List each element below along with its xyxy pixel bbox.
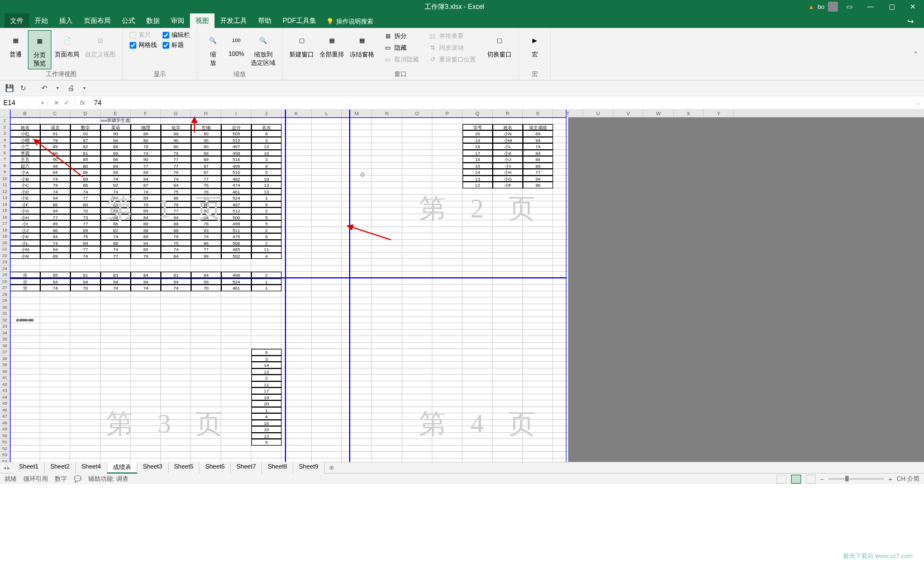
ribbon-tabs: 文件 开始 插入 页面布局 公式 数据 审阅 视图 开发工具 帮助 PDF工具集…	[0, 13, 924, 28]
headings-checkbox[interactable]: 标题	[160, 40, 192, 50]
freeze-panes-button[interactable]: ▦冻结窗格	[347, 30, 377, 60]
new-sheet-button[interactable]: ⊕	[325, 464, 339, 471]
column-headers[interactable]: BCDEFGHIJKLMNOPQRSTUVWXY	[0, 110, 924, 117]
formula-input[interactable]: 74	[89, 99, 913, 107]
col-header-R[interactable]: R	[493, 110, 523, 117]
tab-pdf[interactable]: PDF工具集	[277, 13, 322, 28]
col-header-T[interactable]: T	[553, 110, 583, 117]
zoom-level[interactable]: CH 介简	[897, 475, 920, 483]
share-button[interactable]: ↪	[902, 15, 920, 28]
tab-layout[interactable]: 页面布局	[78, 13, 116, 28]
col-header-Y[interactable]: Y	[704, 110, 734, 117]
page-break-view-icon[interactable]	[791, 475, 801, 484]
print-button[interactable]: 🖨	[65, 82, 77, 94]
sheet-tab[interactable]: Sheet3	[137, 462, 169, 474]
tab-developer[interactable]: 开发工具	[215, 13, 253, 28]
page-layout-button[interactable]: 📄页面布局	[53, 30, 82, 60]
page-layout-view-icon[interactable]	[806, 475, 816, 484]
lightbulb-icon: 💡	[326, 18, 334, 25]
ribbon-display-button[interactable]: ▭	[839, 0, 859, 13]
tell-me[interactable]: 💡 操作说明搜索	[322, 15, 378, 28]
col-header-O[interactable]: O	[402, 110, 432, 117]
sheet-tab[interactable]: Sheet5	[169, 462, 200, 474]
macros-button[interactable]: ▶宏	[523, 30, 546, 60]
group-macros: ▶宏 宏	[519, 28, 551, 80]
formula-bar-checkbox[interactable]: 编辑栏	[160, 30, 192, 40]
zoom-in-button[interactable]: +	[889, 476, 892, 483]
col-header-P[interactable]: P	[432, 110, 463, 117]
sheet-tab[interactable]: 成绩表	[107, 462, 137, 474]
sheet-tab[interactable]: Sheet4	[76, 462, 107, 474]
sheet-tab[interactable]: Sheet6	[199, 462, 231, 474]
col-header-Q[interactable]: Q	[463, 110, 493, 117]
col-header-X[interactable]: X	[674, 110, 704, 117]
col-header-M[interactable]: M	[342, 110, 372, 117]
page-break-preview-button[interactable]: ▦分页 预览	[28, 30, 51, 69]
avatar[interactable]	[828, 2, 838, 12]
redo-button[interactable]: ↻	[17, 82, 29, 94]
enter-icon[interactable]: ✓	[64, 99, 69, 107]
save-button[interactable]: 💾	[3, 82, 16, 94]
tab-review[interactable]: 审阅	[165, 13, 190, 28]
col-header-J[interactable]: J	[251, 110, 282, 117]
maximize-button[interactable]: ▢	[882, 0, 902, 13]
undo-button[interactable]: ↶	[38, 82, 50, 94]
qat-customize[interactable]: ▾	[78, 82, 91, 94]
col-header-W[interactable]: W	[644, 110, 674, 117]
split-button[interactable]: ⊞拆分	[381, 30, 421, 41]
col-header-H[interactable]: H	[191, 110, 221, 117]
tab-data[interactable]: 数据	[141, 13, 165, 28]
cancel-icon[interactable]: ✕	[54, 99, 59, 107]
col-header-L[interactable]: L	[312, 110, 342, 117]
tab-help[interactable]: 帮助	[253, 13, 277, 28]
undo-dropdown[interactable]: ▾	[51, 82, 64, 94]
minimize-button[interactable]: —	[860, 0, 880, 13]
col-header-C[interactable]: C	[40, 110, 70, 117]
sheet-tab[interactable]: Sheet9	[293, 462, 325, 474]
zoom-selection-button[interactable]: 🔍缩放到 选定区域	[249, 30, 278, 68]
name-box[interactable]: E14▾	[0, 99, 48, 107]
col-header-F[interactable]: F	[131, 110, 161, 117]
select-all-corner[interactable]	[0, 110, 10, 117]
col-header-K[interactable]: K	[282, 110, 312, 117]
zoom-slider[interactable]	[828, 478, 884, 480]
fx-icon[interactable]: fx	[75, 99, 89, 107]
normal-view-icon[interactable]	[777, 475, 787, 484]
col-header-G[interactable]: G	[161, 110, 191, 117]
tab-view[interactable]: 视图	[190, 13, 215, 28]
col-header-I[interactable]: I	[221, 110, 251, 117]
expand-formula-bar[interactable]: ⌄	[913, 100, 924, 106]
zoom-button[interactable]: 🔍缩 放	[202, 30, 224, 68]
status-accessibility: 辅助功能: 调查	[88, 475, 128, 483]
zoom-100-button[interactable]: 100100%	[225, 30, 247, 58]
worksheet-area[interactable]: BCDEFGHIJKLMNOPQRSTUVWXY 1xxx班级学生成绩表2姓名语…	[0, 110, 924, 462]
normal-view-button[interactable]: ▦普通	[4, 30, 27, 60]
close-button[interactable]: ✕	[903, 0, 923, 13]
zoom-out-button[interactable]: −	[820, 476, 823, 483]
sheet-tab[interactable]: Sheet1	[13, 462, 45, 474]
file-tab[interactable]: 文件	[4, 13, 29, 28]
gridlines-checkbox[interactable]: 网格线	[127, 40, 159, 50]
col-header-V[interactable]: V	[613, 110, 644, 117]
tab-insert[interactable]: 插入	[54, 13, 78, 28]
new-window-button[interactable]: ▢新建窗口	[287, 30, 316, 60]
col-header-U[interactable]: U	[583, 110, 613, 117]
col-header-E[interactable]: E	[101, 110, 131, 117]
sheet-tab[interactable]: Sheet2	[45, 462, 76, 474]
col-header-N[interactable]: N	[372, 110, 402, 117]
hide-button[interactable]: ▭隐藏	[381, 42, 421, 53]
window-title: 工作簿3.xlsx - Excel	[101, 2, 808, 12]
tab-formulas[interactable]: 公式	[116, 13, 141, 28]
sheet-tab[interactable]: Sheet8	[262, 462, 293, 474]
col-header-B[interactable]: B	[10, 110, 40, 117]
collapse-ribbon-button[interactable]: ⌃	[907, 28, 924, 80]
col-header-S[interactable]: S	[523, 110, 553, 117]
sheet-tab[interactable]: Sheet7	[231, 462, 262, 474]
group-workbook-views: ▦普通 ▦分页 预览 📄页面布局 ⊡自定义视图 工作簿视图	[0, 28, 123, 80]
arrange-all-button[interactable]: ▦全部重排	[317, 30, 346, 60]
switch-windows-button[interactable]: ▢切换窗口	[485, 30, 514, 60]
custom-views-button[interactable]: ⊡自定义视图	[83, 30, 118, 60]
tab-nav[interactable]: ◂▸	[0, 465, 13, 471]
col-header-D[interactable]: D	[70, 110, 101, 117]
tab-home[interactable]: 开始	[29, 13, 54, 28]
